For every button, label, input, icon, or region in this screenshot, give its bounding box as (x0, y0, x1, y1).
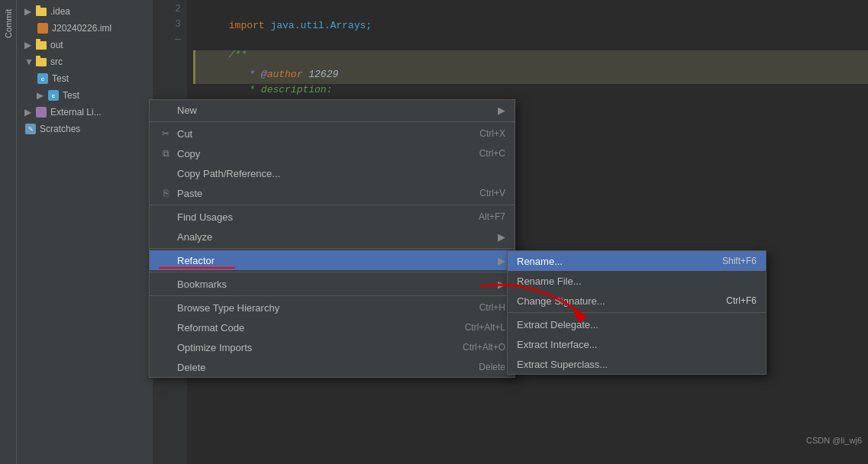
tree-arrow-test2: ▶ (37, 90, 46, 101)
analyze-submenu-arrow: ▶ (498, 231, 505, 243)
scratch-icon: ✎ (24, 123, 37, 135)
tree-label-test2: Test (63, 90, 79, 101)
javadoc-open: /** (229, 49, 247, 60)
separator-3 (150, 248, 515, 249)
tree-item-test1[interactable]: c Test (17, 70, 153, 87)
tree-item-idea[interactable]: ▶ .idea (17, 3, 153, 20)
separator-2 (150, 205, 515, 205)
tree-label-out: out (50, 40, 63, 50)
tree-arrow-out: ▶ (24, 40, 34, 50)
tree-item-test2[interactable]: ▶ c Test (17, 87, 153, 104)
tree-label-src: src (50, 56, 63, 67)
submenu-item-change-sig[interactable]: Change Signature... Ctrl+F6 (508, 291, 766, 311)
submenu-label-rename-file: Rename File... (517, 276, 741, 287)
submenu-shortcut-rename: Shift+F6 (722, 256, 757, 266)
folder-icon-src (35, 56, 47, 68)
tree-item-scratches[interactable]: ✎ Scratches (17, 121, 153, 137)
submenu-label-rename: Rename... (517, 256, 707, 267)
copy-shortcut: Ctrl+C (479, 148, 505, 159)
menu-label-cut: Cut (177, 128, 464, 140)
submenu-item-rename-file[interactable]: Rename File... (508, 271, 766, 291)
submenu-item-extract-interface[interactable]: Extract Interface... (508, 334, 766, 354)
refactor-submenu-arrow: ▶ (498, 255, 505, 266)
menu-item-cut[interactable]: ✂ Cut Ctrl+X (150, 124, 515, 143)
submenu-item-extract-superclass[interactable]: Extract Superclass... (508, 354, 766, 374)
java-icon-test1: c (37, 72, 49, 85)
reformat-shortcut: Ctrl+Alt+L (465, 322, 505, 333)
submenu-separator-1 (508, 312, 766, 313)
code-line-author: * @author 12629 (195, 52, 868, 67)
line-num-3: — (153, 32, 181, 47)
tree-label-idea: .idea (50, 6, 70, 17)
extlib-icon (35, 106, 47, 118)
tree-item-extlib[interactable]: ▶ External Li... (17, 104, 153, 121)
annotation-author-value: 12629 (302, 69, 338, 80)
cut-icon: ✂ (159, 128, 173, 139)
import-keyword: import (229, 20, 271, 31)
tree-label-scratches: Scratches (40, 124, 80, 134)
submenu-label-extract-interface: Extract Interface... (517, 339, 741, 350)
menu-label-bookmarks: Bookmarks (177, 279, 492, 290)
annotation-author: * @ (243, 69, 266, 80)
code-description: * description: (243, 84, 332, 95)
separator-5 (150, 295, 515, 296)
delete-shortcut: Delete (479, 362, 505, 372)
line-num-1: 2 (153, 2, 181, 17)
line-num-2: 3 (153, 17, 181, 32)
menu-label-copy: Copy (177, 148, 464, 160)
tree-arrow-extlib: ▶ (24, 107, 34, 118)
submenu-label-extract-delegate: Extract Delegate... (517, 319, 741, 330)
menu-item-refactor[interactable]: Refactor ▶ Rename... Shift+F6 Rename Fil… (150, 250, 515, 270)
menu-label-copy-path: Copy Path/Reference... (177, 168, 505, 179)
tree-item-iml[interactable]: J20240226.iml (17, 20, 153, 37)
context-menu: New ▶ ✂ Cut Ctrl+X ⧉ Copy Ctrl+C Copy Pa… (149, 99, 515, 378)
tree-arrow-idea: ▶ (24, 6, 34, 17)
tree-label-extlib: External Li... (50, 107, 102, 118)
menu-label-find-usages: Find Usages (177, 211, 463, 223)
project-tree: ▶ .idea J20240226.iml ▶ out ▼ src c Test (17, 0, 153, 464)
menu-label-delete: Delete (177, 362, 463, 373)
menu-item-copy[interactable]: ⧉ Copy Ctrl+C (150, 143, 515, 163)
menu-item-browse-hierarchy[interactable]: Browse Type Hierarchy Ctrl+H (150, 298, 515, 317)
import-path: java.util.Arrays; (270, 20, 372, 31)
menu-item-find-usages[interactable]: Find Usages Alt+F7 (150, 207, 515, 227)
paste-shortcut: Ctrl+V (479, 188, 505, 198)
folder-icon-idea (35, 5, 47, 18)
commit-label: Commit (4, 9, 13, 38)
menu-item-bookmarks[interactable]: Bookmarks ▶ (150, 274, 515, 294)
iml-icon (37, 22, 49, 34)
menu-item-paste[interactable]: ⎘ Paste Ctrl+V (150, 183, 515, 203)
tree-item-src[interactable]: ▼ src (17, 53, 153, 70)
annotation-author-tag: author (267, 69, 303, 80)
tree-label-iml: J20240226.iml (52, 23, 111, 34)
optimize-shortcut: Ctrl+Alt+O (463, 342, 505, 353)
red-underline-annotation (159, 267, 235, 269)
menu-item-analyze[interactable]: Analyze ▶ (150, 227, 515, 246)
menu-label-refactor: Refactor (177, 255, 492, 266)
menu-item-delete[interactable]: Delete Delete (150, 357, 515, 377)
folder-icon-out (35, 39, 47, 51)
menu-item-copy-path[interactable]: Copy Path/Reference... (150, 163, 515, 183)
menu-item-new[interactable]: New ▶ (150, 100, 515, 120)
code-line-import: import java.util.Arrays; (193, 2, 868, 17)
find-usages-shortcut: Alt+F7 (479, 211, 505, 222)
tree-arrow-src: ▼ (24, 56, 34, 67)
menu-item-reformat[interactable]: Reformat Code Ctrl+Alt+L (150, 317, 515, 337)
submenu-item-rename[interactable]: Rename... Shift+F6 (508, 251, 766, 271)
submenu-label-extract-superclass: Extract Superclass... (517, 359, 741, 370)
code-line-javadoc: /** (193, 32, 868, 47)
menu-label-reformat: Reformat Code (177, 322, 450, 334)
menu-label-new: New (177, 105, 492, 116)
menu-label-browse-hierarchy: Browse Type Hierarchy (177, 302, 464, 314)
java-icon-test2: c (47, 89, 60, 102)
commit-tab[interactable]: Commit (0, 0, 17, 464)
menu-label-paste: Paste (177, 188, 464, 199)
separator-4 (150, 272, 515, 272)
menu-item-optimize[interactable]: Optimize Imports Ctrl+Alt+O (150, 337, 515, 357)
tree-item-out[interactable]: ▶ out (17, 37, 153, 53)
submenu-shortcut-change-sig: Ctrl+F6 (726, 295, 757, 306)
submenu-item-extract-delegate[interactable]: Extract Delegate... (508, 314, 766, 334)
paste-icon: ⎘ (159, 188, 173, 198)
separator-1 (150, 121, 515, 122)
browse-hierarchy-shortcut: Ctrl+H (479, 302, 505, 313)
